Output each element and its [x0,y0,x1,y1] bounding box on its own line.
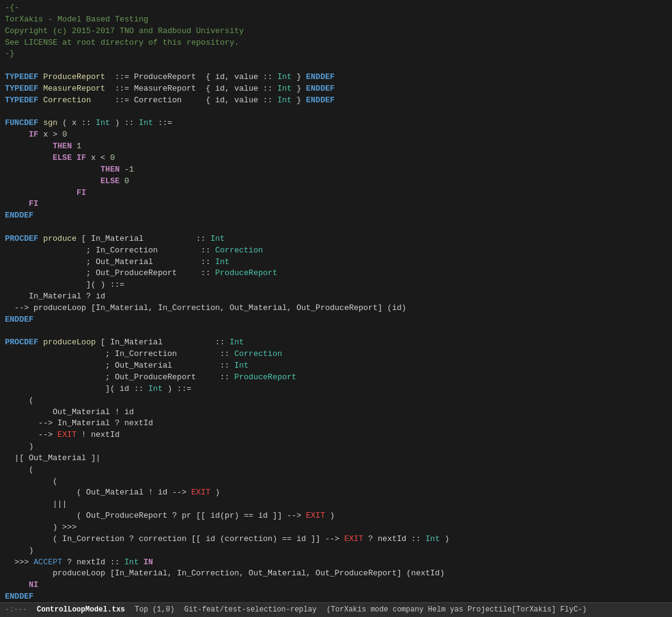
status-branch: Git-feat/test-selection-replay [184,605,317,615]
funcdef-sgn-5: THEN -1 [5,164,667,176]
funcdef-sgn-2: IF x > 0 [5,129,667,141]
comment-line-2: TorXakis - Model Based Testing [5,14,667,26]
comment-line-5: -} [5,48,667,60]
funcdef-sgn-7: FI [5,187,667,199]
funcdef-sgn-1: FUNCDEF sgn ( x :: Int ) :: Int ::= [5,118,667,129]
procdef-produceloop-18: ( In_Correction ? correction [[ id (corr… [5,534,667,545]
procdef-produceloop-2: ; In_Correction :: Correction [5,349,667,360]
procdef-produce-3: ; Out_Material :: Int [5,257,667,268]
procdef-produceloop-9: --> EXIT ! nextId [5,430,667,441]
procdef-produceloop-4: ; Out_ProduceReport :: ProduceReport [5,372,667,384]
blank-1 [5,60,667,72]
comment-line-4: See LICENSE at root directory of this re… [5,37,667,49]
funcdef-sgn-6: ELSE 0 [5,176,667,187]
code-editor: -{- TorXakis - Model Based Testing Copyr… [0,0,672,602]
procdef-produceloop-12: ( [5,464,667,476]
funcdef-sgn-4: ELSE IF x < 0 [5,153,667,164]
status-position: Top (1,0) [135,605,175,615]
comment-line-3: Copyright (c) 2015-2017 TNO and Radboud … [5,26,667,37]
procdef-produceloop-7: Out_Material ! id [5,407,667,418]
blank-2 [5,107,667,118]
procdef-produceloop-21: produceLoop [In_Material, In_Correction,… [5,568,667,580]
blank-3 [5,222,667,233]
typedef-1: TYPEDEF ProduceReport ::= ProduceReport … [5,72,667,83]
procdef-produceloop-14: ( Out_Material ! id --> EXIT ) [5,487,667,499]
procdef-produce-5: ]( ) ::= [5,279,667,291]
procdef-produceloop-11: |[ Out_Material ]| [5,453,667,464]
procdef-produce-8: ENDDEF [5,314,667,326]
funcdef-sgn-8: FI [5,199,667,210]
funcdef-sgn-3: THEN 1 [5,141,667,153]
blank-4 [5,326,667,338]
procdef-produceloop-6: ( [5,395,667,407]
status-filename: ControlLoopModel.txs [37,605,125,615]
typedef-2: TYPEDEF MeasureReport ::= MeasureReport … [5,83,667,95]
status-bar: -:--- ControlLoopModel.txs Top (1,0) Git… [0,602,672,617]
procdef-produceloop-19: ) [5,545,667,557]
procdef-produce-1: PROCDEF produce [ In_Material :: Int [5,233,667,245]
typedef-3: TYPEDEF Correction ::= Correction { id, … [5,95,667,107]
procdef-produce-7: --> produceLoop [In_Material, In_Correct… [5,303,667,314]
status-mode: (TorXakis mode company Helm yas Projecti… [327,605,587,615]
comment-line-1: -{- [5,2,667,14]
procdef-produceloop-10: ) [5,441,667,453]
procdef-produceloop-13: ( [5,476,667,488]
procdef-produceloop-3: ; Out_Material :: Int [5,360,667,372]
procdef-produce-6: In_Material ? id [5,291,667,303]
procdef-produceloop-8: --> In_Material ? nextId [5,418,667,430]
status-dashes: -:--- [5,605,27,615]
procdef-produce-4: ; Out_ProduceReport :: ProduceReport [5,268,667,279]
funcdef-sgn-9: ENDDEF [5,210,667,222]
procdef-produceloop-22: NI [5,580,667,591]
procdef-produceloop-23: ENDDEF [5,591,667,602]
procdef-produceloop-17: ) >>> [5,522,667,534]
procdef-produceloop-16: ( Out_ProduceReport ? pr [[ id(pr) == id… [5,510,667,522]
procdef-produceloop-5: ]( id :: Int ) ::= [5,384,667,395]
procdef-produceloop-20: >>> ACCEPT ? nextId :: Int IN [5,557,667,569]
procdef-produceloop-1: PROCDEF produceLoop [ In_Material :: Int [5,337,667,349]
procdef-produce-2: ; In_Correction :: Correction [5,245,667,257]
procdef-produceloop-15: ||| [5,499,667,510]
